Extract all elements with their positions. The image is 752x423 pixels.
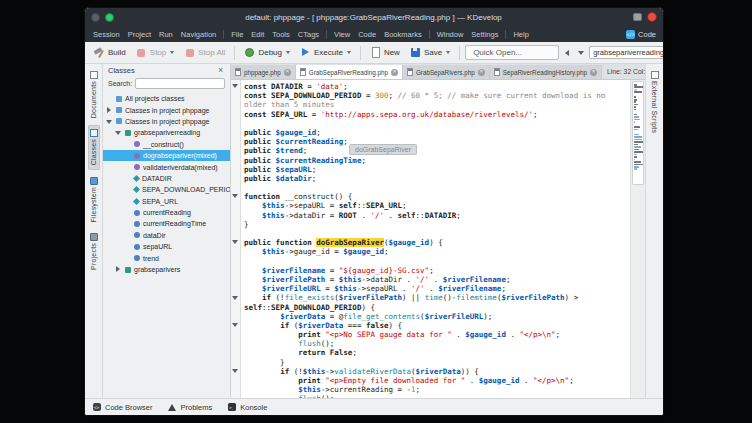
menu-run[interactable]: Run xyxy=(155,29,177,40)
editor-tab-phppage-php[interactable]: phppage.php xyxy=(231,65,296,79)
tab-close-icon[interactable] xyxy=(590,69,597,76)
debug-button[interactable]: Debug xyxy=(240,45,294,60)
tree-item-construct[interactable]: __construct() xyxy=(103,139,230,150)
expander-icon[interactable] xyxy=(106,107,113,114)
panel-close-icon[interactable] xyxy=(217,67,225,75)
tree-item-datadir[interactable]: DATADIR xyxy=(103,173,230,184)
menu-session[interactable]: Session xyxy=(89,29,124,40)
minimap-line xyxy=(634,154,637,156)
stop-all-button[interactable]: Stop All xyxy=(180,45,229,60)
new-button[interactable]: New xyxy=(366,45,404,60)
tree-item-sepa-url[interactable]: SEPA_URL xyxy=(103,196,230,207)
minimap-line xyxy=(634,134,639,136)
expander-spacer xyxy=(124,152,131,159)
method-icon xyxy=(134,153,140,159)
menu-settings[interactable]: Settings xyxy=(467,29,502,40)
fold-arrow-icon[interactable] xyxy=(232,240,238,244)
expander-icon[interactable] xyxy=(115,266,122,273)
tree-item-currentreading[interactable]: currentReading xyxy=(103,207,230,218)
code-line: $this->dataDir = ROOT . '/' . self::DATA… xyxy=(244,211,630,220)
tree-item-dograbsepariver-mixed[interactable]: dograbsepariver(mixed) xyxy=(103,150,230,161)
kdevelop-window: default: phppage - [ phppage:GrabSepaRiv… xyxy=(84,7,664,416)
expander-icon[interactable] xyxy=(106,118,113,125)
chevron-down-icon xyxy=(578,51,584,55)
stop-button[interactable]: Stop xyxy=(132,45,178,60)
fold-arrow-icon[interactable] xyxy=(232,194,238,198)
execute-button[interactable]: Execute xyxy=(296,45,355,60)
window-menu-icon[interactable] xyxy=(91,13,100,22)
save-button[interactable]: Save xyxy=(406,45,454,60)
documents-icon xyxy=(90,71,98,79)
tab-close-icon[interactable] xyxy=(391,69,398,76)
search-options-button[interactable] xyxy=(575,46,586,59)
dock-tab-classes[interactable]: Classes xyxy=(88,125,100,169)
tab-close-icon[interactable] xyxy=(284,69,291,76)
build-button[interactable]: Build xyxy=(90,45,130,60)
dock-tab-filesystem[interactable]: Filesystem xyxy=(88,173,100,226)
menu-navigation[interactable]: Navigation xyxy=(177,29,220,40)
tree-item-datadir[interactable]: dataDir xyxy=(103,230,230,241)
close-button[interactable] xyxy=(647,12,657,22)
new-label: New xyxy=(384,48,400,57)
minimap-line xyxy=(634,109,636,111)
tree-item-currentreadingtime[interactable]: currentReadingTime xyxy=(103,218,230,229)
menu-view[interactable]: View xyxy=(330,29,354,40)
area-switcher[interactable]: Code xyxy=(626,30,659,39)
tree-item-trend[interactable]: trend xyxy=(103,252,230,263)
tree-item-sepa-download-period[interactable]: SEPA_DOWNLOAD_PERIOD xyxy=(103,184,230,195)
menu-window[interactable]: Window xyxy=(433,29,468,40)
menu-code[interactable]: Code xyxy=(354,29,380,40)
menu-tools[interactable]: Tools xyxy=(268,29,294,40)
code-browser-button[interactable]: Code Browser xyxy=(92,403,153,412)
editor-overlay-tooltip: doGrabSepaRiver xyxy=(349,144,417,155)
fold-arrow-icon[interactable] xyxy=(232,296,238,300)
fold-arrow-icon[interactable] xyxy=(232,84,238,88)
tree-item-sepaurl[interactable]: sepaURL xyxy=(103,241,230,252)
fold-arrow-icon[interactable] xyxy=(232,369,238,373)
code-content[interactable]: const DATADIR = 'data';const SEPA_DOWNLO… xyxy=(241,80,630,398)
classes-search-input[interactable] xyxy=(135,78,225,89)
back-button[interactable] xyxy=(561,46,572,59)
menu-bookmarks[interactable]: Bookmarks xyxy=(380,29,426,40)
dock-tab-projects[interactable]: Projects xyxy=(88,229,100,274)
panel-toggle-icon[interactable] xyxy=(633,13,642,21)
code-line xyxy=(244,257,630,266)
scrollbar-minimap[interactable] xyxy=(630,80,645,398)
menu-project[interactable]: Project xyxy=(124,29,155,40)
tree-item-grabseparivers[interactable]: grabseparivers xyxy=(103,264,230,275)
tree-item-validateriverdata-mixed[interactable]: validateriverdata(mixed) xyxy=(103,161,230,172)
konsole-button[interactable]: Konsole xyxy=(227,403,267,412)
menu-ctags[interactable]: CTags xyxy=(294,29,323,40)
tree-item-all-projects-classes[interactable]: All projects classes xyxy=(103,93,230,104)
tree-item-grabsepariverreading[interactable]: grabsepariverreading xyxy=(103,127,230,138)
editor-tabbar: phppage.phpGrabSepaRiverReading.phpGrabS… xyxy=(231,64,645,80)
method-icon xyxy=(134,141,140,147)
quick-open-combo[interactable]: Quick Open... xyxy=(465,45,559,60)
tree-item-classes-in-project-phppage[interactable]: Classes in project phppage xyxy=(103,104,230,115)
problems-button[interactable]: Problems xyxy=(168,403,213,412)
code-line: $riverFilePath = $this->dataDir . '/' . … xyxy=(244,275,630,284)
tree-item-classes-in-project-phppage[interactable]: Classes in project phppage xyxy=(103,116,230,127)
folder-icon xyxy=(116,118,122,124)
search-input[interactable] xyxy=(589,46,664,59)
dock-tab-external-scripts[interactable]: External Scripts xyxy=(649,67,661,137)
tree-item-label: dataDir xyxy=(143,232,166,239)
editor-tab-grabseparivers-php[interactable]: GrabSepaRivers.php xyxy=(403,65,490,79)
expander-icon[interactable] xyxy=(115,129,122,136)
left-dock-tabs: DocumentsClassesFilesystemProjects xyxy=(85,64,103,398)
tab-close-icon[interactable] xyxy=(478,69,485,76)
editor-tab-grabsepariverreading-php[interactable]: GrabSepaRiverReading.php xyxy=(296,65,403,79)
stop-label: Stop xyxy=(150,48,166,57)
toolbar-separator xyxy=(459,46,460,60)
editor-tab-separiverreadinghistory-php[interactable]: SepaRiverReadingHistory.php xyxy=(490,65,602,79)
dock-tab-documents[interactable]: Documents xyxy=(88,67,100,122)
menu-help[interactable]: Help xyxy=(509,29,532,40)
titlebar[interactable]: default: phppage - [ phppage:GrabSepaRiv… xyxy=(85,8,663,26)
dropdown-arrow-icon xyxy=(446,51,450,54)
line-col-indicator: Line: 32 Col: 21 xyxy=(602,68,645,75)
menu-file[interactable]: File xyxy=(227,29,247,40)
fold-arrow-icon[interactable] xyxy=(232,323,238,327)
menu-edit[interactable]: Edit xyxy=(247,29,268,40)
tree-item-label: DATADIR xyxy=(142,175,172,182)
editor-body[interactable]: const DATADIR = 'data';const SEPA_DOWNLO… xyxy=(231,80,645,398)
